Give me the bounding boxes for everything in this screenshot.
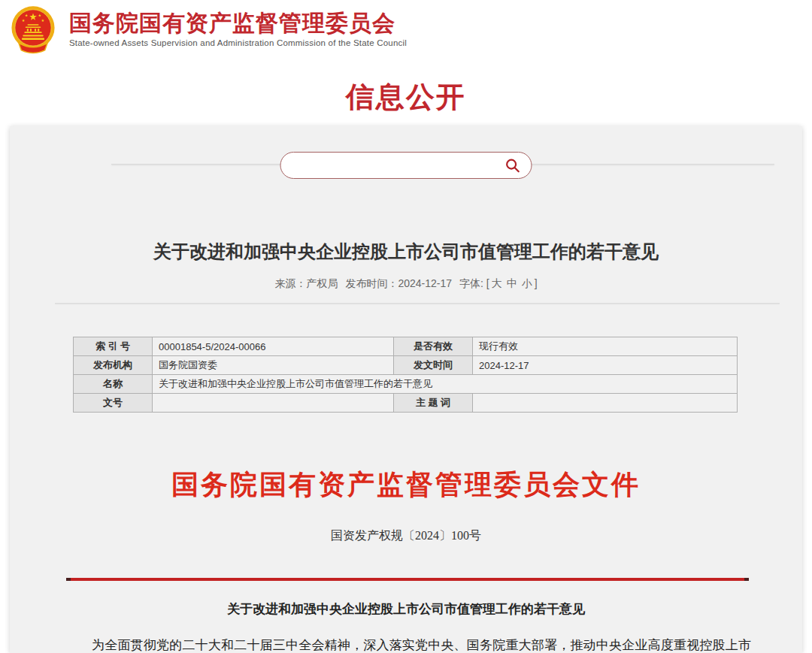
table-row: 文号 主 题 词 [74, 394, 738, 413]
search-icon [504, 157, 521, 174]
source-label: 来源： [274, 277, 306, 289]
font-size-large-button[interactable]: 大 [489, 277, 504, 289]
font-size-bracket-close: ] [535, 277, 538, 289]
subject-word-label: 主 题 词 [394, 394, 473, 413]
font-size-medium-button[interactable]: 中 [504, 277, 520, 289]
issuer-value: 国务院国资委 [153, 356, 394, 375]
document-letterhead: 国务院国有资产监督管理委员会文件 [10, 468, 802, 501]
index-number-value: 00001854-5/2024-00066 [153, 337, 394, 356]
table-row: 索 引 号 00001854-5/2024-00066 是否有效 现行有效 [74, 337, 738, 356]
content-panel: 关于改进和加强中央企业控股上市公司市值管理工作的若干意见 来源：产权局发布时间：… [10, 126, 802, 653]
issue-time-value: 2024-12-17 [473, 356, 738, 375]
letterhead-red-rule [66, 578, 749, 581]
article-title: 关于改进和加强中央企业控股上市公司市值管理工作的若干意见 [10, 239, 802, 264]
document-paragraph: 为全面贯彻党的二十大和二十届三中全会精神，深入落实党中央、国务院重大部署，推动中… [66, 630, 751, 653]
header-text: 国务院国有资产监督管理委员会 State-owned Assets Superv… [69, 5, 407, 47]
national-emblem-logo[interactable] [8, 5, 59, 56]
name-label: 名称 [74, 375, 153, 394]
font-size-small-button[interactable]: 小 [520, 277, 535, 289]
table-row: 名称 关于改进和加强中央企业控股上市公司市值管理工作的若干意见 [74, 375, 738, 394]
document-body-title: 关于改进和加强中央企业控股上市公司市值管理工作的若干意见 [10, 600, 802, 618]
validity-value: 现行有效 [473, 337, 738, 356]
issue-time-label: 发文时间 [394, 356, 473, 375]
index-number-label: 索 引 号 [74, 337, 153, 356]
table-row: 发布机构 国务院国资委 发文时间 2024-12-17 [74, 356, 738, 375]
document-number: 国资发产权规〔2024〕100号 [10, 528, 802, 543]
doc-number-label: 文号 [74, 394, 153, 413]
publish-time-value: 2024-12-17 [398, 277, 452, 289]
meta-divider-line [55, 303, 780, 304]
site-header: 国务院国有资产监督管理委员会 State-owned Assets Superv… [0, 0, 812, 63]
issuer-label: 发布机构 [74, 356, 153, 375]
name-value: 关于改进和加强中央企业控股上市公司市值管理工作的若干意见 [153, 375, 738, 394]
validity-label: 是否有效 [394, 337, 473, 356]
org-name-en: State-owned Assets Supervision and Admin… [69, 38, 407, 47]
search-box [280, 152, 532, 179]
search-input[interactable] [293, 153, 503, 178]
publish-time-label: 发布时间： [345, 277, 398, 289]
org-name-cn: 国务院国有资产监督管理委员会 [69, 11, 407, 36]
document-info-table: 索 引 号 00001854-5/2024-00066 是否有效 现行有效 发布… [73, 337, 738, 413]
source-value: 产权局 [306, 277, 338, 289]
article-meta: 来源：产权局发布时间：2024-12-17字体: [大中小] [10, 277, 802, 289]
search-row [10, 152, 802, 204]
font-size-label: 字体: [ [459, 277, 489, 289]
china-national-emblem-icon [8, 5, 59, 56]
doc-number-value [153, 394, 394, 413]
search-button[interactable] [503, 156, 523, 175]
page-title: 信息公开 [0, 81, 812, 113]
subject-word-value [473, 394, 738, 413]
